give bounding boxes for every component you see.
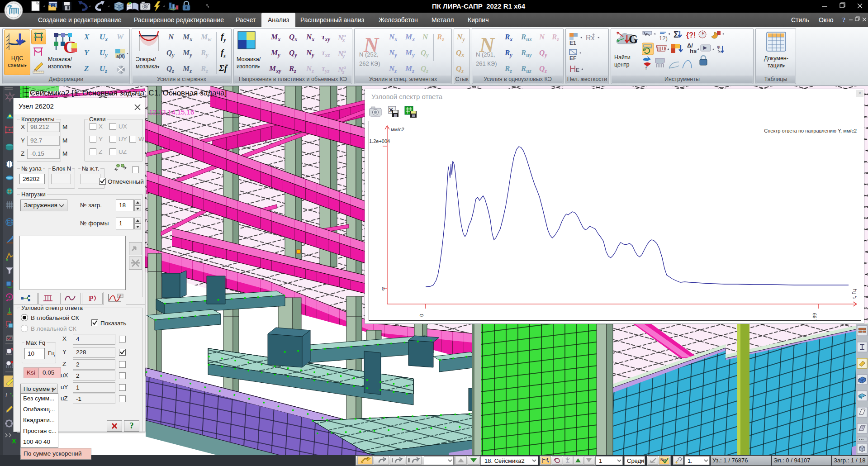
svg-text:0: 0 (419, 314, 424, 317)
svg-text:мм/с2: мм/с2 (391, 127, 404, 132)
svg-text:a(X): a(X) (116, 54, 125, 59)
svg-text:Спектр ответа по направлению Y: Спектр ответа по направлению Y, мм/с2 (764, 128, 857, 133)
svg-text:E: E (576, 67, 579, 73)
svg-text:,12,13,14,15,16: ,12,13,14,15,16 (147, 108, 194, 116)
svg-text:φ.: φ. (717, 44, 721, 49)
svg-text:t, Гц: t, Гц (851, 289, 857, 299)
svg-text:G: G (629, 33, 638, 46)
svg-text:{?!: {?! (686, 31, 696, 39)
svg-text:f: f (645, 66, 647, 71)
svg-text:EF: EF (569, 55, 576, 62)
svg-text:P: P (89, 294, 93, 303)
svg-text:Сейсмика2 [1. Основная задача:: Сейсмика2 [1. Основная задача: С1. Основ… (30, 89, 227, 97)
svg-text:1.2e+004: 1.2e+004 (369, 138, 390, 144)
svg-text:12): 12) (659, 35, 668, 42)
svg-text:hs: hs (690, 48, 697, 54)
svg-text:X: X (12, 437, 16, 445)
svg-text:0: 0 (382, 286, 384, 291)
svg-text:E1: E1 (569, 40, 576, 46)
svg-text:L: L (5, 392, 9, 399)
svg-text:9.99: 9.99 (812, 313, 817, 320)
